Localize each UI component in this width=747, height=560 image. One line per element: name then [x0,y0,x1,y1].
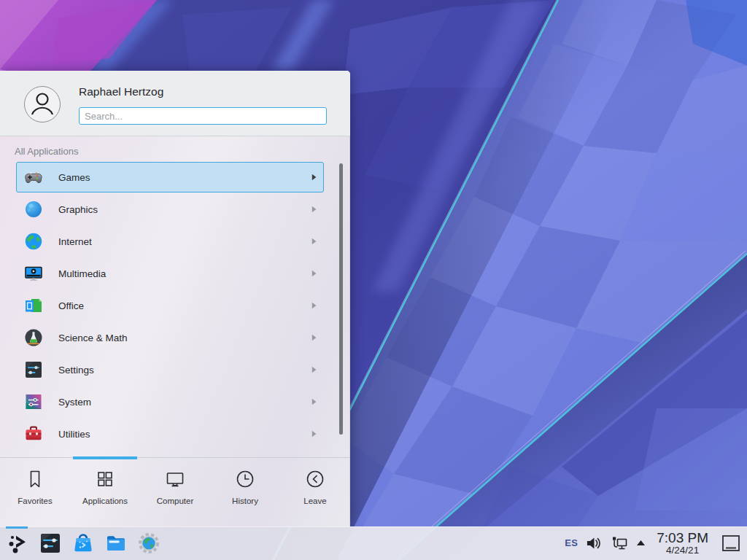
tab-applications[interactable]: Applications [70,458,140,526]
tab-computer[interactable]: Computer [140,458,210,526]
launcher-tabbar: FavoritesApplicationsComputerHistoryLeav… [0,457,350,526]
category-label: Settings [58,365,94,376]
tab-history[interactable]: History [210,458,280,526]
file-manager-button[interactable] [104,532,128,555]
grid-icon [94,468,116,493]
category-list: GamesGraphicsInternetMultimediaOfficeSci… [0,162,350,457]
clock-time: 7:03 PM [657,531,708,545]
science-icon [23,327,44,348]
list-scrollbar[interactable] [339,163,343,435]
network-icon[interactable] [611,535,628,551]
settings-icon [23,359,44,380]
submenu-arrow-icon [311,430,317,438]
taskbar: ES 7:03 PM 4/24/21 [0,526,747,560]
discover-icon [71,532,95,555]
leave-icon [304,468,326,493]
bookmark-icon [24,468,46,493]
show-desktop-button[interactable] [721,533,741,553]
category-item-utilities[interactable]: Utilities [16,419,324,449]
user-avatar-icon[interactable] [23,85,61,123]
active-tab-indicator [73,456,137,459]
category-label: Utilities [58,429,90,440]
discover-button[interactable] [71,532,95,555]
category-label: Multimedia [58,268,106,279]
clock-icon [234,468,256,493]
digital-clock[interactable]: 7:03 PM 4/24/21 [657,531,708,555]
system-settings-button[interactable] [39,532,62,555]
application-launcher-button[interactable] [6,532,29,555]
system-settings-icon [39,532,62,555]
gamepad-icon [23,167,44,187]
category-label: Graphics [58,204,98,215]
category-item-science-math[interactable]: Science & Math [16,322,324,353]
submenu-arrow-icon [311,302,317,309]
folder-icon [104,532,128,555]
clock-date: 4/24/21 [666,545,699,556]
tab-label: Computer [157,497,194,505]
globe-gear-icon [137,532,160,555]
tab-leave[interactable]: Leave [280,458,350,526]
category-item-games[interactable]: Games [16,162,324,192]
submenu-arrow-icon [311,174,317,181]
category-label: Games [58,172,90,183]
category-label: Internet [58,236,92,247]
submenu-arrow-icon [311,334,317,341]
graphics-icon [23,199,44,219]
launcher-header: Raphael Hertzog [0,71,350,136]
category-label: Science & Math [58,332,128,343]
submenu-arrow-icon [311,366,317,373]
web-browser-button[interactable] [137,532,160,555]
submenu-arrow-icon [311,238,317,245]
keyboard-layout-indicator[interactable]: ES [565,537,578,548]
system-icon [23,392,44,412]
monitor-icon [164,468,186,493]
tab-favorites[interactable]: Favorites [0,458,70,526]
utilities-icon [23,424,44,444]
desktop: { "wallpaper": { "name": "kde-plasma-abs… [0,0,747,560]
category-item-system[interactable]: System [16,386,324,417]
submenu-arrow-icon [311,270,317,277]
internet-icon [23,231,44,252]
tab-label: History [232,497,258,505]
category-item-help[interactable]: Help [16,451,324,457]
submenu-arrow-icon [311,206,317,213]
category-item-internet[interactable]: Internet [16,226,324,257]
volume-icon[interactable] [586,536,603,551]
kde-launcher-icon [6,532,29,555]
category-label: System [58,397,91,408]
category-label: Office [58,300,84,311]
taskbar-pinned-apps [0,532,160,555]
section-label: All Applications [15,146,78,157]
category-item-multimedia[interactable]: Multimedia [16,258,324,289]
category-item-settings[interactable]: Settings [16,354,324,385]
multimedia-icon [23,263,44,284]
system-tray: ES 7:03 PM 4/24/21 [565,531,747,555]
user-name: Raphael Hertzog [79,85,163,98]
application-launcher-menu: Raphael Hertzog All Applications GamesGr… [0,71,350,526]
category-item-office[interactable]: Office [16,290,324,321]
expand-arrow-icon[interactable] [636,540,646,546]
tab-label: Leave [303,497,326,505]
category-item-graphics[interactable]: Graphics [16,194,324,225]
tab-label: Applications [82,497,128,505]
search-input[interactable] [79,107,327,125]
tab-label: Favorites [18,497,52,505]
office-icon [23,295,44,316]
submenu-arrow-icon [311,398,317,405]
